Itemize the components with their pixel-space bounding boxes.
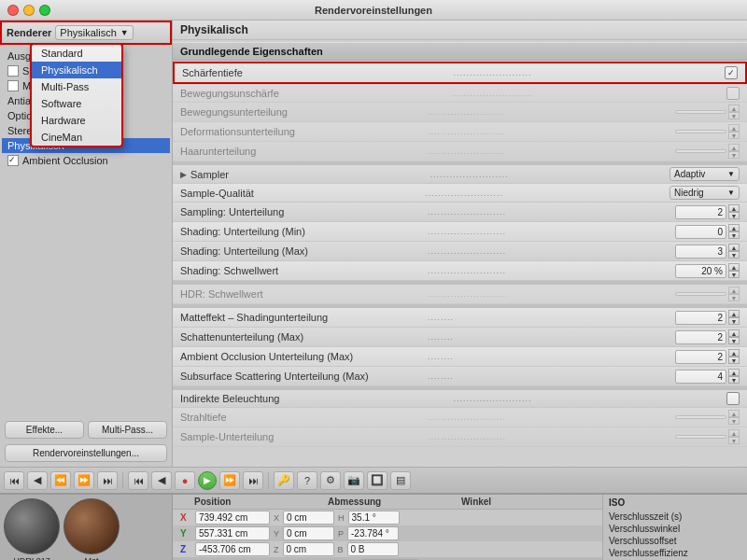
toolbar-btn-4[interactable]: ⏩ xyxy=(74,471,94,490)
material-hdri[interactable]: HDRI 017 xyxy=(4,498,60,560)
effekte-button[interactable]: Effekte... xyxy=(5,421,84,439)
subsurface-input[interactable]: 4 xyxy=(675,370,726,384)
spinner-down[interactable]: ▼ xyxy=(728,376,740,384)
toolbar-btn-2[interactable]: ◀ xyxy=(27,471,48,490)
schaerfentiefe-checkbox[interactable]: ✓ xyxy=(725,66,738,79)
toolbar-icon-5[interactable]: 🔲 xyxy=(367,471,388,490)
spinner-down[interactable]: ▼ xyxy=(728,132,740,139)
deformationsunterteilung-spinner[interactable]: ▲ ▼ xyxy=(728,124,740,139)
toolbar-btn-1[interactable]: ⏮ xyxy=(4,471,24,490)
spinner-down[interactable]: ▼ xyxy=(728,337,740,344)
spinner-up[interactable]: ▲ xyxy=(728,287,740,294)
strahltiefe-spinner[interactable]: ▲ ▼ xyxy=(728,410,740,425)
spinner-up[interactable]: ▲ xyxy=(728,429,740,437)
spinner-up[interactable]: ▲ xyxy=(728,410,740,417)
toolbar-btn-8[interactable]: ⏩ xyxy=(219,471,240,490)
spinner-up[interactable]: ▲ xyxy=(728,263,740,271)
h-input[interactable] xyxy=(348,511,400,525)
sampler-triangle[interactable]: ▶ xyxy=(180,170,187,179)
material-ball-hdri[interactable] xyxy=(4,498,60,554)
toolbar-icon-3[interactable]: ⚙ xyxy=(320,471,341,490)
dropdown-item-multipass[interactable]: Multi-Pass xyxy=(32,78,121,95)
spinner-down[interactable]: ▼ xyxy=(728,251,740,259)
toolbar-icon-1[interactable]: 🔑 xyxy=(274,471,294,490)
dropdown-item-software[interactable]: Software xyxy=(32,95,121,112)
hdr-schwellwert-input[interactable] xyxy=(675,292,726,296)
y-pos-input[interactable] xyxy=(195,526,270,540)
dropdown-item-cineman[interactable]: CineMan xyxy=(32,129,121,146)
dropdown-item-physikalisch[interactable]: Physikalisch xyxy=(32,62,121,78)
minimize-button[interactable] xyxy=(23,5,35,16)
shading-min-spinner[interactable]: ▲ ▼ xyxy=(728,224,740,239)
schattenunterteilung-input[interactable]: 2 xyxy=(675,330,726,344)
speicherung-checkbox[interactable] xyxy=(7,65,19,77)
z-abm-input[interactable] xyxy=(283,542,334,556)
sample-unterteilung-input[interactable] xyxy=(675,435,726,439)
ao-unterteilung-input[interactable]: 2 xyxy=(675,350,726,364)
spinner-up[interactable]: ▲ xyxy=(728,310,740,317)
toolbar-btn-6[interactable]: ⏮ xyxy=(128,471,148,490)
multi-pass-button[interactable]: Multi-Pass... xyxy=(88,421,167,439)
toolbar-btn-3[interactable]: ⏪ xyxy=(50,471,71,490)
bewegungsunterteilung-spinner[interactable]: ▲ ▼ xyxy=(728,105,740,119)
bewegungsunschaerfe-checkbox[interactable] xyxy=(726,87,740,100)
shading-min-input[interactable]: 0 xyxy=(675,225,726,239)
close-button[interactable] xyxy=(7,5,19,16)
b-input[interactable] xyxy=(347,542,399,556)
toolbar-record-btn[interactable]: ● xyxy=(175,471,195,490)
sampling-unterteilung-input[interactable]: 2 xyxy=(675,205,726,219)
sample-unterteilung-spinner[interactable]: ▲ ▼ xyxy=(728,429,740,444)
spinner-down[interactable]: ▼ xyxy=(728,317,740,325)
subsurface-spinner[interactable]: ▲ ▼ xyxy=(728,369,740,384)
bewegungsunterteilung-input[interactable] xyxy=(675,110,726,114)
deformationsunterteilung-input[interactable] xyxy=(675,130,726,133)
spinner-down[interactable]: ▼ xyxy=(728,417,740,425)
haarunterteilung-input[interactable] xyxy=(675,149,726,153)
toolbar-icon-6[interactable]: ▤ xyxy=(390,471,411,490)
spinner-up[interactable]: ▲ xyxy=(728,244,740,251)
sample-qualitaet-dropdown[interactable]: Niedrig ▼ xyxy=(669,186,740,200)
spinner-up[interactable]: ▲ xyxy=(728,124,740,132)
spinner-down[interactable]: ▼ xyxy=(728,271,740,278)
spinner-up[interactable]: ▲ xyxy=(728,105,740,112)
shading-max-input[interactable]: 3 xyxy=(675,245,726,259)
material-mat[interactable]: Mat xyxy=(63,498,120,560)
toolbar-btn-7[interactable]: ◀ xyxy=(151,471,172,490)
haarunterteilung-spinner[interactable]: ▲ ▼ xyxy=(728,144,740,159)
sampling-unterteilung-spinner[interactable]: ▲ ▼ xyxy=(728,204,740,219)
dropdown-item-standard[interactable]: Standard xyxy=(32,45,121,62)
ao-unterteilung-spinner[interactable]: ▲ ▼ xyxy=(728,349,740,364)
matteffekt-spinner[interactable]: ▲ ▼ xyxy=(728,310,740,325)
toolbar-play-btn[interactable]: ▶ xyxy=(198,471,217,490)
material-ball-mat[interactable] xyxy=(63,498,120,554)
spinner-up[interactable]: ▲ xyxy=(728,329,740,337)
spinner-down[interactable]: ▼ xyxy=(728,151,740,159)
sampler-dropdown[interactable]: Adaptiv ▼ xyxy=(669,167,740,181)
ambient-occlusion-checkbox[interactable] xyxy=(7,155,19,166)
dropdown-item-hardware[interactable]: Hardware xyxy=(32,112,121,129)
hdr-schwellwert-spinner[interactable]: ▲ ▼ xyxy=(728,287,740,301)
shading-schwellwert-input[interactable]: 20 % xyxy=(675,264,726,278)
shading-max-spinner[interactable]: ▲ ▼ xyxy=(728,244,740,259)
spinner-down[interactable]: ▼ xyxy=(728,212,740,219)
toolbar-btn-5[interactable]: ⏭ xyxy=(97,471,118,490)
sidebar-item-ambient-occlusion[interactable]: Ambient Occlusion xyxy=(2,153,170,168)
rendervoreinstellungen-button[interactable]: Rendervoreinstellungen... xyxy=(5,444,167,462)
x-abm-input[interactable] xyxy=(283,511,334,525)
schattenunterteilung-spinner[interactable]: ▲ ▼ xyxy=(728,329,740,344)
z-pos-input[interactable] xyxy=(195,542,270,556)
spinner-up[interactable]: ▲ xyxy=(728,204,740,212)
multipass-checkbox[interactable] xyxy=(7,80,19,91)
strahltiefe-input[interactable] xyxy=(675,415,726,419)
p-input[interactable] xyxy=(347,526,399,540)
spinner-down[interactable]: ▼ xyxy=(728,294,740,301)
toolbar-icon-4[interactable]: 📷 xyxy=(344,471,364,490)
renderer-dropdown[interactable]: Physikalisch ▼ xyxy=(55,25,133,40)
matteffekt-input[interactable]: 2 xyxy=(675,311,726,325)
spinner-down[interactable]: ▼ xyxy=(728,357,740,364)
y-abm-input[interactable] xyxy=(283,526,334,540)
spinner-up[interactable]: ▲ xyxy=(728,144,740,151)
toolbar-btn-9[interactable]: ⏭ xyxy=(243,471,263,490)
spinner-up[interactable]: ▲ xyxy=(728,224,740,231)
spinner-down[interactable]: ▼ xyxy=(728,112,740,119)
